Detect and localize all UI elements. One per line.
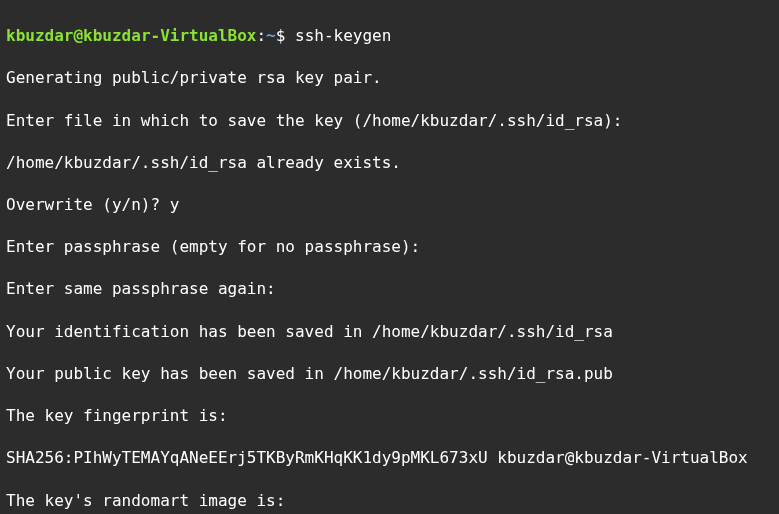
output-line: Your public key has been saved in /home/… [6,363,773,384]
output-line: Enter passphrase (empty for no passphras… [6,236,773,257]
output-line: SHA256:PIhWyTEMAYqANeEErj5TKByRmKHqKK1dy… [6,447,773,468]
output-line: Overwrite (y/n)? y [6,194,773,215]
prompt-host: kbuzdar-VirtualBox [83,26,256,45]
prompt-colon: : [256,26,266,45]
output-line: Enter same passphrase again: [6,278,773,299]
prompt-user: kbuzdar [6,26,73,45]
prompt-at: @ [73,26,83,45]
prompt-path: ~ [266,26,276,45]
output-line: /home/kbuzdar/.ssh/id_rsa already exists… [6,152,773,173]
output-line: Generating public/private rsa key pair. [6,67,773,88]
prompt-line-1: kbuzdar@kbuzdar-VirtualBox:~$ ssh-keygen [6,25,773,46]
command-input: ssh-keygen [295,26,391,45]
output-line: Your identification has been saved in /h… [6,321,773,342]
output-line: Enter file in which to save the key (/ho… [6,110,773,131]
terminal-window[interactable]: kbuzdar@kbuzdar-VirtualBox:~$ ssh-keygen… [0,0,779,514]
output-line: The key fingerprint is: [6,405,773,426]
output-line: The key's randomart image is: [6,490,773,511]
prompt-dollar: $ [276,26,295,45]
